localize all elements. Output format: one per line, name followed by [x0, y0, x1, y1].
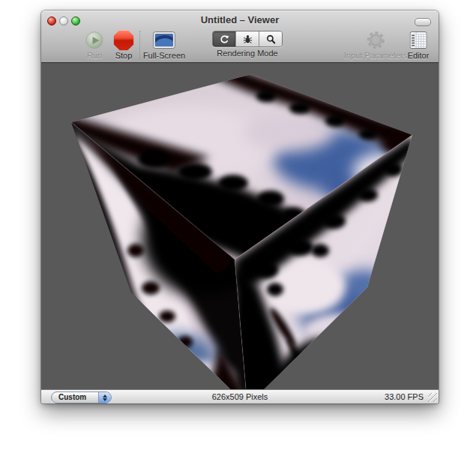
viewer-canvas — [41, 63, 439, 389]
toolbar-toggle-button[interactable] — [415, 18, 431, 26]
full-screen-label: Full-Screen — [143, 51, 185, 60]
editor-label: Editor — [408, 51, 430, 60]
window-chrome: Untitled – Viewer Run Stop — [41, 10, 439, 63]
run-button[interactable]: Run — [86, 30, 103, 60]
circular-arrow-icon — [219, 34, 230, 45]
fps-readout: 33.00 FPS — [385, 392, 424, 401]
viewer-window: Untitled – Viewer Run Stop — [41, 10, 439, 404]
stop-octagon-icon — [114, 30, 134, 50]
screenshot: Untitled – Viewer Run Stop — [0, 0, 476, 456]
editor-button[interactable]: Editor — [408, 30, 430, 60]
full-screen-button[interactable]: Full-Screen — [143, 30, 185, 60]
segment-debug[interactable] — [236, 32, 259, 46]
resize-grip[interactable] — [428, 393, 437, 402]
toolbar-separator — [139, 31, 140, 59]
cube-render — [41, 63, 439, 389]
window-title: Untitled – Viewer — [41, 14, 439, 26]
segment-render[interactable] — [213, 32, 236, 46]
rendering-mode-label: Rendering Mode — [212, 49, 283, 58]
gear-icon — [344, 30, 407, 50]
run-label: Run — [86, 51, 103, 60]
display-icon — [143, 30, 185, 50]
bug-icon — [242, 34, 253, 45]
run-play-icon — [86, 30, 103, 50]
input-parameters-label: Input Parameters — [344, 51, 407, 60]
viewport-dimensions: 626x509 Pixels — [41, 392, 439, 401]
stop-label: Stop — [114, 51, 134, 60]
status-bar: Custom 626x509 Pixels 33.00 FPS — [41, 389, 439, 404]
spreadsheet-icon — [408, 30, 430, 50]
rendering-mode-control: Rendering Mode — [212, 30, 283, 58]
input-parameters-button[interactable]: Input Parameters — [344, 30, 407, 60]
stop-button[interactable]: Stop — [114, 30, 134, 60]
segment-profile[interactable] — [259, 32, 282, 46]
magnifier-icon — [265, 34, 277, 45]
